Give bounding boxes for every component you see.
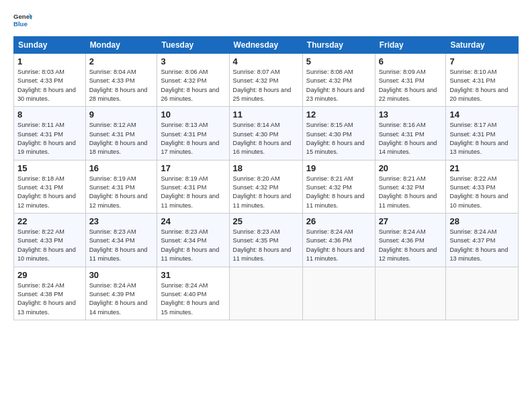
calendar-cell: 21Sunrise: 8:22 AMSunset: 4:33 PMDayligh… <box>446 160 519 213</box>
logo-icon: General Blue <box>13 11 32 30</box>
day-info: Sunrise: 8:08 AMSunset: 4:32 PMDaylight:… <box>306 68 371 103</box>
day-number: 19 <box>306 163 371 173</box>
day-info: Sunrise: 8:12 AMSunset: 4:31 PMDaylight:… <box>89 121 154 156</box>
week-row-1: 1Sunrise: 8:03 AMSunset: 4:33 PMDaylight… <box>14 54 519 107</box>
day-number: 13 <box>379 109 443 120</box>
day-info: Sunrise: 8:11 AMSunset: 4:31 PMDaylight:… <box>17 121 82 156</box>
calendar-cell: 12Sunrise: 8:15 AMSunset: 4:30 PMDayligh… <box>302 107 375 160</box>
calendar-cell: 1Sunrise: 8:03 AMSunset: 4:33 PMDaylight… <box>14 54 86 107</box>
calendar-cell: 29Sunrise: 8:24 AMSunset: 4:38 PMDayligh… <box>14 267 86 320</box>
calendar-cell <box>229 267 302 320</box>
calendar-cell: 19Sunrise: 8:21 AMSunset: 4:32 PMDayligh… <box>302 160 375 213</box>
calendar-cell: 28Sunrise: 8:24 AMSunset: 4:37 PMDayligh… <box>446 214 519 267</box>
page: General Blue SundayMondayTuesdayWednesda… <box>0 0 532 327</box>
day-number: 30 <box>89 270 154 280</box>
week-row-5: 29Sunrise: 8:24 AMSunset: 4:38 PMDayligh… <box>14 267 519 320</box>
header: General Blue <box>13 11 519 30</box>
day-number: 22 <box>17 216 82 226</box>
calendar-cell: 7Sunrise: 8:10 AMSunset: 4:31 PMDaylight… <box>446 54 519 107</box>
calendar-cell: 15Sunrise: 8:18 AMSunset: 4:31 PMDayligh… <box>14 160 86 213</box>
day-info: Sunrise: 8:24 AMSunset: 4:39 PMDaylight:… <box>89 281 154 317</box>
calendar-cell: 14Sunrise: 8:17 AMSunset: 4:31 PMDayligh… <box>446 107 519 160</box>
calendar-cell: 4Sunrise: 8:07 AMSunset: 4:32 PMDaylight… <box>229 54 302 107</box>
day-number: 29 <box>17 270 82 280</box>
day-info: Sunrise: 8:19 AMSunset: 4:31 PMDaylight:… <box>161 175 225 210</box>
day-info: Sunrise: 8:19 AMSunset: 4:31 PMDaylight:… <box>89 175 154 210</box>
day-info: Sunrise: 8:17 AMSunset: 4:31 PMDaylight:… <box>449 121 515 156</box>
calendar-cell <box>302 267 375 320</box>
day-number: 25 <box>233 216 299 226</box>
day-number: 2 <box>89 56 154 66</box>
weekday-sunday: Sunday <box>14 37 86 54</box>
day-number: 23 <box>89 216 154 226</box>
weekday-monday: Monday <box>85 37 157 54</box>
calendar-cell: 10Sunrise: 8:13 AMSunset: 4:31 PMDayligh… <box>157 107 229 160</box>
day-number: 1 <box>17 56 82 66</box>
day-info: Sunrise: 8:16 AMSunset: 4:31 PMDaylight:… <box>379 121 443 156</box>
week-row-4: 22Sunrise: 8:22 AMSunset: 4:33 PMDayligh… <box>14 214 519 267</box>
logo: General Blue <box>13 11 32 30</box>
day-number: 18 <box>233 163 299 173</box>
calendar-table: SundayMondayTuesdayWednesdayThursdayFrid… <box>13 36 519 320</box>
day-info: Sunrise: 8:21 AMSunset: 4:32 PMDaylight:… <box>379 175 443 210</box>
day-info: Sunrise: 8:18 AMSunset: 4:31 PMDaylight:… <box>17 175 82 210</box>
day-number: 26 <box>306 216 371 226</box>
day-number: 20 <box>379 163 443 173</box>
calendar-body: 1Sunrise: 8:03 AMSunset: 4:33 PMDaylight… <box>14 54 519 320</box>
svg-text:Blue: Blue <box>13 20 28 28</box>
day-info: Sunrise: 8:22 AMSunset: 4:33 PMDaylight:… <box>449 175 515 210</box>
day-number: 9 <box>89 109 154 120</box>
calendar-cell: 26Sunrise: 8:24 AMSunset: 4:36 PMDayligh… <box>302 214 375 267</box>
calendar-cell: 13Sunrise: 8:16 AMSunset: 4:31 PMDayligh… <box>375 107 446 160</box>
calendar-cell: 25Sunrise: 8:23 AMSunset: 4:35 PMDayligh… <box>229 214 302 267</box>
day-number: 17 <box>161 163 225 173</box>
weekday-thursday: Thursday <box>302 37 375 54</box>
day-number: 7 <box>449 56 515 66</box>
weekday-saturday: Saturday <box>446 37 519 54</box>
calendar-cell: 23Sunrise: 8:23 AMSunset: 4:34 PMDayligh… <box>85 214 157 267</box>
calendar-cell: 5Sunrise: 8:08 AMSunset: 4:32 PMDaylight… <box>302 54 375 107</box>
weekday-wednesday: Wednesday <box>229 37 302 54</box>
day-info: Sunrise: 8:24 AMSunset: 4:36 PMDaylight:… <box>379 228 443 263</box>
day-number: 4 <box>233 56 299 66</box>
day-info: Sunrise: 8:03 AMSunset: 4:33 PMDaylight:… <box>17 68 82 103</box>
day-number: 5 <box>306 56 371 66</box>
calendar-cell: 20Sunrise: 8:21 AMSunset: 4:32 PMDayligh… <box>375 160 446 213</box>
day-number: 10 <box>161 109 225 120</box>
day-info: Sunrise: 8:23 AMSunset: 4:34 PMDaylight:… <box>89 228 154 263</box>
calendar-cell: 6Sunrise: 8:09 AMSunset: 4:31 PMDaylight… <box>375 54 446 107</box>
day-number: 15 <box>17 163 82 173</box>
calendar-cell: 24Sunrise: 8:23 AMSunset: 4:34 PMDayligh… <box>157 214 229 267</box>
calendar-cell: 2Sunrise: 8:04 AMSunset: 4:33 PMDaylight… <box>85 54 157 107</box>
week-row-2: 8Sunrise: 8:11 AMSunset: 4:31 PMDaylight… <box>14 107 519 160</box>
day-number: 12 <box>306 109 371 120</box>
day-info: Sunrise: 8:20 AMSunset: 4:32 PMDaylight:… <box>233 175 299 210</box>
weekday-header: SundayMondayTuesdayWednesdayThursdayFrid… <box>14 37 519 54</box>
day-info: Sunrise: 8:14 AMSunset: 4:30 PMDaylight:… <box>233 121 299 156</box>
day-info: Sunrise: 8:23 AMSunset: 4:35 PMDaylight:… <box>233 228 299 263</box>
day-info: Sunrise: 8:10 AMSunset: 4:31 PMDaylight:… <box>449 68 515 103</box>
day-number: 3 <box>161 56 225 66</box>
day-number: 27 <box>379 216 443 226</box>
day-info: Sunrise: 8:24 AMSunset: 4:40 PMDaylight:… <box>161 281 225 317</box>
day-number: 6 <box>379 56 443 66</box>
day-info: Sunrise: 8:07 AMSunset: 4:32 PMDaylight:… <box>233 68 299 103</box>
calendar-cell: 8Sunrise: 8:11 AMSunset: 4:31 PMDaylight… <box>14 107 86 160</box>
day-info: Sunrise: 8:24 AMSunset: 4:37 PMDaylight:… <box>449 228 515 263</box>
day-info: Sunrise: 8:22 AMSunset: 4:33 PMDaylight:… <box>17 228 82 263</box>
day-info: Sunrise: 8:24 AMSunset: 4:36 PMDaylight:… <box>306 228 371 263</box>
calendar-cell: 31Sunrise: 8:24 AMSunset: 4:40 PMDayligh… <box>157 267 229 320</box>
calendar-cell <box>375 267 446 320</box>
calendar-cell: 17Sunrise: 8:19 AMSunset: 4:31 PMDayligh… <box>157 160 229 213</box>
calendar-cell <box>446 267 519 320</box>
weekday-friday: Friday <box>375 37 446 54</box>
calendar-cell: 27Sunrise: 8:24 AMSunset: 4:36 PMDayligh… <box>375 214 446 267</box>
day-number: 24 <box>161 216 225 226</box>
calendar-cell: 16Sunrise: 8:19 AMSunset: 4:31 PMDayligh… <box>85 160 157 213</box>
calendar-cell: 22Sunrise: 8:22 AMSunset: 4:33 PMDayligh… <box>14 214 86 267</box>
calendar-cell: 11Sunrise: 8:14 AMSunset: 4:30 PMDayligh… <box>229 107 302 160</box>
weekday-tuesday: Tuesday <box>157 37 229 54</box>
day-number: 21 <box>449 163 515 173</box>
day-number: 28 <box>449 216 515 226</box>
calendar-cell: 18Sunrise: 8:20 AMSunset: 4:32 PMDayligh… <box>229 160 302 213</box>
